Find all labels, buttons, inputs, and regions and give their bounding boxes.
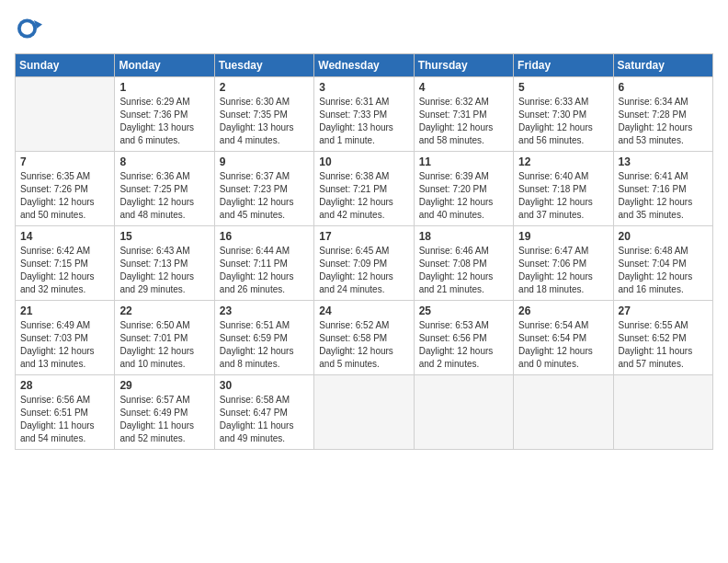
calendar-cell: 24Sunrise: 6:52 AM Sunset: 6:58 PM Dayli… xyxy=(314,301,414,375)
day-info: Sunrise: 6:36 AM Sunset: 7:25 PM Dayligh… xyxy=(119,170,209,222)
calendar-cell: 2Sunrise: 6:30 AM Sunset: 7:35 PM Daylig… xyxy=(214,77,313,152)
day-info: Sunrise: 6:51 AM Sunset: 6:59 PM Dayligh… xyxy=(220,319,309,371)
calendar-header: SundayMondayTuesdayWednesdayThursdayFrid… xyxy=(16,54,713,77)
day-info: Sunrise: 6:50 AM Sunset: 7:01 PM Dayligh… xyxy=(119,319,209,371)
calendar-cell: 26Sunrise: 6:54 AM Sunset: 6:54 PM Dayli… xyxy=(514,301,613,375)
day-number: 2 xyxy=(220,81,309,94)
day-number: 13 xyxy=(619,155,708,168)
day-info: Sunrise: 6:38 AM Sunset: 7:21 PM Dayligh… xyxy=(319,170,408,222)
day-info: Sunrise: 6:29 AM Sunset: 7:36 PM Dayligh… xyxy=(119,96,209,147)
day-number: 16 xyxy=(220,230,309,243)
header xyxy=(15,15,713,42)
day-info: Sunrise: 6:58 AM Sunset: 6:47 PM Dayligh… xyxy=(220,394,309,445)
day-number: 14 xyxy=(20,230,109,243)
calendar-cell xyxy=(613,375,712,450)
logo-icon xyxy=(15,15,42,42)
day-info: Sunrise: 6:35 AM Sunset: 7:26 PM Dayligh… xyxy=(20,170,109,222)
day-number: 15 xyxy=(119,230,209,243)
day-info: Sunrise: 6:39 AM Sunset: 7:20 PM Dayligh… xyxy=(419,170,508,222)
day-number: 21 xyxy=(20,304,109,317)
calendar-cell: 5Sunrise: 6:33 AM Sunset: 7:30 PM Daylig… xyxy=(514,77,613,152)
calendar-cell: 21Sunrise: 6:49 AM Sunset: 7:03 PM Dayli… xyxy=(16,301,115,375)
calendar-cell: 17Sunrise: 6:45 AM Sunset: 7:09 PM Dayli… xyxy=(314,226,414,301)
calendar-cell xyxy=(16,77,115,152)
day-header-tuesday: Tuesday xyxy=(214,54,313,77)
calendar-cell: 8Sunrise: 6:36 AM Sunset: 7:25 PM Daylig… xyxy=(115,152,214,226)
day-number: 8 xyxy=(119,155,209,168)
day-info: Sunrise: 6:40 AM Sunset: 7:18 PM Dayligh… xyxy=(518,170,608,222)
day-number: 18 xyxy=(419,230,508,243)
day-header-friday: Friday xyxy=(514,54,613,77)
day-info: Sunrise: 6:30 AM Sunset: 7:35 PM Dayligh… xyxy=(220,96,309,147)
week-row: 7Sunrise: 6:35 AM Sunset: 7:26 PM Daylig… xyxy=(16,152,713,226)
day-info: Sunrise: 6:55 AM Sunset: 6:52 PM Dayligh… xyxy=(619,319,708,371)
svg-point-1 xyxy=(21,22,34,35)
day-info: Sunrise: 6:33 AM Sunset: 7:30 PM Dayligh… xyxy=(518,96,608,147)
day-number: 22 xyxy=(119,304,209,317)
calendar: SundayMondayTuesdayWednesdayThursdayFrid… xyxy=(15,53,713,450)
day-header-saturday: Saturday xyxy=(613,54,712,77)
calendar-cell: 29Sunrise: 6:57 AM Sunset: 6:49 PM Dayli… xyxy=(115,375,214,450)
day-header-sunday: Sunday xyxy=(16,54,115,77)
day-info: Sunrise: 6:34 AM Sunset: 7:28 PM Dayligh… xyxy=(619,96,708,147)
day-number: 27 xyxy=(619,304,708,317)
day-number: 11 xyxy=(419,155,508,168)
day-info: Sunrise: 6:32 AM Sunset: 7:31 PM Dayligh… xyxy=(419,96,508,147)
calendar-cell: 13Sunrise: 6:41 AM Sunset: 7:16 PM Dayli… xyxy=(613,152,712,226)
day-info: Sunrise: 6:47 AM Sunset: 7:06 PM Dayligh… xyxy=(518,245,608,296)
week-row: 21Sunrise: 6:49 AM Sunset: 7:03 PM Dayli… xyxy=(16,301,713,375)
day-header-thursday: Thursday xyxy=(414,54,513,77)
calendar-cell: 15Sunrise: 6:43 AM Sunset: 7:13 PM Dayli… xyxy=(115,226,214,301)
day-number: 28 xyxy=(20,379,109,392)
calendar-body: 1Sunrise: 6:29 AM Sunset: 7:36 PM Daylig… xyxy=(16,77,713,450)
day-number: 17 xyxy=(319,230,408,243)
calendar-cell xyxy=(314,375,414,450)
day-number: 24 xyxy=(319,304,408,317)
calendar-cell: 10Sunrise: 6:38 AM Sunset: 7:21 PM Dayli… xyxy=(314,152,414,226)
day-info: Sunrise: 6:48 AM Sunset: 7:04 PM Dayligh… xyxy=(619,245,708,296)
day-info: Sunrise: 6:53 AM Sunset: 6:56 PM Dayligh… xyxy=(419,319,508,371)
calendar-cell xyxy=(514,375,613,450)
week-row: 1Sunrise: 6:29 AM Sunset: 7:36 PM Daylig… xyxy=(16,77,713,152)
day-info: Sunrise: 6:43 AM Sunset: 7:13 PM Dayligh… xyxy=(119,245,209,296)
day-number: 1 xyxy=(119,81,209,94)
calendar-cell: 30Sunrise: 6:58 AM Sunset: 6:47 PM Dayli… xyxy=(214,375,313,450)
calendar-cell: 18Sunrise: 6:46 AM Sunset: 7:08 PM Dayli… xyxy=(414,226,513,301)
day-number: 9 xyxy=(220,155,309,168)
day-info: Sunrise: 6:56 AM Sunset: 6:51 PM Dayligh… xyxy=(20,394,109,445)
page: SundayMondayTuesdayWednesdayThursdayFrid… xyxy=(0,0,728,563)
day-number: 12 xyxy=(518,155,608,168)
header-row: SundayMondayTuesdayWednesdayThursdayFrid… xyxy=(16,54,713,77)
calendar-cell: 27Sunrise: 6:55 AM Sunset: 6:52 PM Dayli… xyxy=(613,301,712,375)
day-number: 3 xyxy=(319,81,408,94)
calendar-cell: 25Sunrise: 6:53 AM Sunset: 6:56 PM Dayli… xyxy=(414,301,513,375)
calendar-cell: 4Sunrise: 6:32 AM Sunset: 7:31 PM Daylig… xyxy=(414,77,513,152)
day-header-monday: Monday xyxy=(115,54,214,77)
day-number: 5 xyxy=(518,81,608,94)
day-info: Sunrise: 6:44 AM Sunset: 7:11 PM Dayligh… xyxy=(220,245,309,296)
calendar-cell xyxy=(414,375,513,450)
calendar-cell: 6Sunrise: 6:34 AM Sunset: 7:28 PM Daylig… xyxy=(613,77,712,152)
day-info: Sunrise: 6:57 AM Sunset: 6:49 PM Dayligh… xyxy=(119,394,209,445)
calendar-cell: 16Sunrise: 6:44 AM Sunset: 7:11 PM Dayli… xyxy=(214,226,313,301)
calendar-cell: 3Sunrise: 6:31 AM Sunset: 7:33 PM Daylig… xyxy=(314,77,414,152)
week-row: 14Sunrise: 6:42 AM Sunset: 7:15 PM Dayli… xyxy=(16,226,713,301)
day-number: 26 xyxy=(518,304,608,317)
calendar-cell: 1Sunrise: 6:29 AM Sunset: 7:36 PM Daylig… xyxy=(115,77,214,152)
day-number: 29 xyxy=(119,379,209,392)
calendar-cell: 9Sunrise: 6:37 AM Sunset: 7:23 PM Daylig… xyxy=(214,152,313,226)
calendar-cell: 12Sunrise: 6:40 AM Sunset: 7:18 PM Dayli… xyxy=(514,152,613,226)
day-info: Sunrise: 6:46 AM Sunset: 7:08 PM Dayligh… xyxy=(419,245,508,296)
day-info: Sunrise: 6:37 AM Sunset: 7:23 PM Dayligh… xyxy=(220,170,309,222)
day-info: Sunrise: 6:45 AM Sunset: 7:09 PM Dayligh… xyxy=(319,245,408,296)
day-info: Sunrise: 6:52 AM Sunset: 6:58 PM Dayligh… xyxy=(319,319,408,371)
day-info: Sunrise: 6:42 AM Sunset: 7:15 PM Dayligh… xyxy=(20,245,109,296)
week-row: 28Sunrise: 6:56 AM Sunset: 6:51 PM Dayli… xyxy=(16,375,713,450)
day-number: 20 xyxy=(619,230,708,243)
day-number: 19 xyxy=(518,230,608,243)
day-info: Sunrise: 6:41 AM Sunset: 7:16 PM Dayligh… xyxy=(619,170,708,222)
calendar-cell: 23Sunrise: 6:51 AM Sunset: 6:59 PM Dayli… xyxy=(214,301,313,375)
day-info: Sunrise: 6:49 AM Sunset: 7:03 PM Dayligh… xyxy=(20,319,109,371)
day-number: 10 xyxy=(319,155,408,168)
calendar-cell: 11Sunrise: 6:39 AM Sunset: 7:20 PM Dayli… xyxy=(414,152,513,226)
